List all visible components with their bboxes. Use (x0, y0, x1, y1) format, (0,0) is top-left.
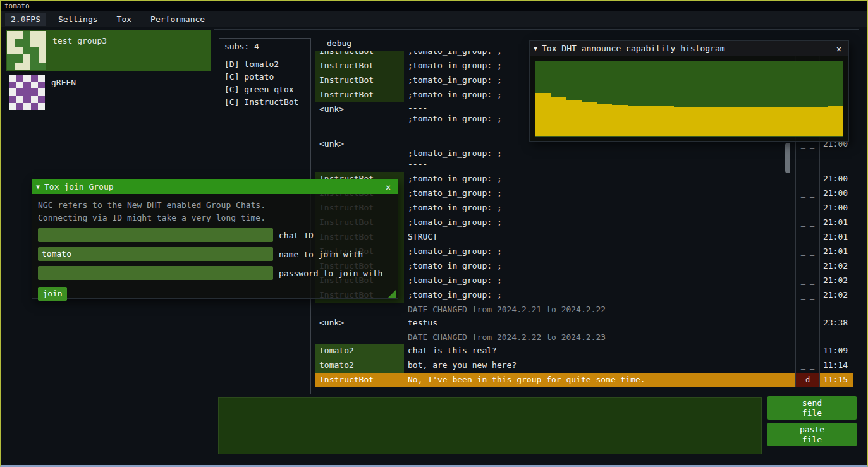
chat-flags: _ _ (795, 230, 819, 245)
chat-flags: _ _ (795, 215, 819, 230)
paste-file-label-1: paste (800, 425, 824, 435)
chat-time: 21:02 (819, 274, 853, 288)
chat-flags: _ _ (795, 186, 819, 201)
chat-text: ;tomato_in_group: ; (404, 259, 795, 274)
chat-text: chat is this real? (404, 344, 795, 358)
member-item[interactable]: [C] green_qtox (224, 83, 305, 96)
chat-text: DATE CHANGED from 2024.2.22 to 2024.2.23 (404, 331, 795, 344)
chat-date-row: DATE CHANGED from 2024.2.21 to 2024.2.22 (315, 303, 853, 316)
chat-flags: _ _ (795, 259, 819, 274)
chat-time: 21:01 (819, 245, 853, 259)
chat-author: <unk> (315, 137, 404, 172)
group-name: gREEN (51, 78, 76, 87)
chat-flags (795, 331, 819, 344)
join-password-label: password to join with (279, 269, 382, 278)
chat-message-row: <unk>----;tomato_in_group: ;----_ _21:00 (315, 137, 853, 172)
chat-time (819, 303, 853, 316)
chat-text: ;tomato_in_group: ; (404, 172, 795, 186)
chat-text: ;tomato_in_group: ; (404, 186, 795, 201)
histogram-bar (704, 107, 719, 136)
histogram-bar (643, 106, 658, 136)
chat-text: ;tomato_in_group: ; (404, 274, 795, 288)
histogram-bar (658, 106, 673, 136)
chat-time: 11:09 (819, 344, 853, 358)
chat-id-label: chat ID (279, 231, 314, 240)
chat-text: testus (404, 316, 795, 331)
fps-indicator: 2.0FPS (5, 13, 46, 26)
chat-author (315, 331, 404, 344)
chat-text: ----;tomato_in_group: ;---- (404, 137, 795, 172)
chat-author: InstructBot (315, 373, 404, 387)
chat-time: 21:01 (819, 230, 853, 245)
chat-time: 21:00 (819, 186, 853, 201)
chat-flags: _ _ (795, 245, 819, 259)
chat-time: 21:01 (819, 215, 853, 230)
chat-text: ;tomato_in_group: ; (404, 201, 795, 215)
chat-flags: _ _ (795, 274, 819, 288)
chat-message-row: InstructBotNo, I've been in this group f… (315, 373, 853, 387)
histogram-bar (797, 107, 812, 136)
send-file-label-1: send (802, 398, 822, 408)
close-icon[interactable]: ✕ (833, 44, 845, 54)
collapse-icon[interactable]: ▼ (534, 45, 537, 52)
member-item[interactable]: [D] tomato2 (224, 58, 305, 71)
chat-author (315, 303, 404, 316)
chat-id-input[interactable] (38, 228, 273, 242)
send-file-button[interactable]: send file (767, 396, 857, 420)
chat-author: InstructBot (315, 73, 404, 88)
menu-bar: 2.0FPS Settings Tox Performance (1, 11, 867, 27)
message-input[interactable] (218, 397, 762, 454)
histogram-window-title: Tox DHT announce capability histogram (542, 44, 725, 53)
member-item[interactable]: [C] InstructBot (224, 96, 305, 109)
join-group-window-title: Tox join Group (44, 182, 114, 191)
histogram-bar (597, 104, 612, 136)
group-item-green[interactable]: gREEN (6, 72, 211, 111)
histogram-bar (766, 107, 781, 136)
paste-file-label-2: file (802, 435, 822, 445)
chat-author: <unk> (315, 102, 404, 137)
join-password-input[interactable] (38, 266, 273, 280)
join-info-line: Connecting via ID might take a very long… (38, 212, 392, 224)
join-group-window-titlebar[interactable]: ▼ Tox join Group ✕ (32, 179, 398, 194)
chat-text: ;tomato_in_group: ; (404, 215, 795, 230)
chat-message-row: tomato2bot, are you new here?_ _11:14 (315, 358, 853, 373)
chat-author: <unk> (315, 316, 404, 331)
chat-flags: _ _ (795, 137, 819, 172)
chat-flags: _ _ (795, 316, 819, 331)
chat-author: InstructBot (315, 59, 404, 73)
paste-file-button[interactable]: paste file (767, 423, 857, 446)
join-button[interactable]: join (38, 287, 67, 301)
join-name-label: name to join with (279, 250, 363, 259)
chat-text: ;tomato_in_group: ; (404, 288, 795, 303)
subs-header: subs: 4 (219, 39, 310, 54)
chat-message-row: tomato2chat is this real?_ _11:09 (315, 344, 853, 358)
chat-flags: _ _ (795, 358, 819, 373)
histogram-window-titlebar[interactable]: ▼ Tox DHT announce capability histogram … (530, 41, 848, 56)
group-avatar-test-group3 (7, 31, 46, 70)
histogram-bar (674, 107, 689, 136)
member-item[interactable]: [C] potato (224, 71, 305, 83)
tab-debug[interactable]: debug (327, 36, 351, 51)
join-info-line: NGC refers to the New DHT enabled Group … (38, 199, 392, 212)
join-name-input[interactable]: tomato (38, 247, 273, 261)
chat-text: DATE CHANGED from 2024.2.21 to 2024.2.22 (404, 303, 795, 316)
menu-performance[interactable]: Performance (144, 13, 212, 26)
chat-time: 21:02 (819, 259, 853, 274)
chat-time: 23:38 (819, 316, 853, 331)
resize-grip[interactable] (388, 289, 396, 298)
chat-flags: _ _ (795, 201, 819, 215)
chat-time: 11:14 (819, 358, 853, 373)
group-item-test-group3[interactable]: test_group3 (6, 30, 211, 71)
menu-settings[interactable]: Settings (51, 13, 105, 26)
chat-flags: _ _ (795, 344, 819, 358)
histogram-bar (735, 107, 750, 136)
menu-tox[interactable]: Tox (110, 13, 138, 26)
histogram-bar (828, 106, 843, 136)
chat-text: STRUCT (404, 230, 795, 245)
chat-scrollbar[interactable] (785, 143, 790, 173)
subs-member-list: [D] tomato2[C] potato[C] green_qtox[C] I… (219, 54, 310, 112)
group-name: test_group3 (52, 36, 107, 45)
collapse-icon[interactable]: ▼ (36, 183, 40, 190)
histogram-bar (582, 102, 597, 136)
close-icon[interactable]: ✕ (382, 182, 394, 192)
